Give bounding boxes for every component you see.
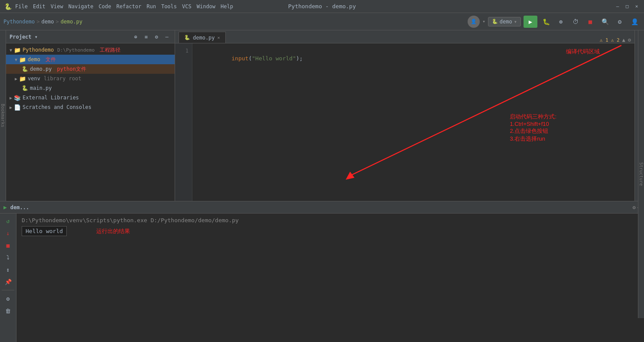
line-num-1: 1: [175, 47, 192, 55]
editor-tabs: 🐍 demo.py ✕ ⚠ 1 ⚠ 2 ▲ ⚙: [175, 30, 634, 43]
demo-collapse-icon: ▼: [15, 57, 17, 62]
root-label: Pythondemo: [23, 47, 54, 53]
trash-button[interactable]: 🗑: [3, 305, 14, 316]
breadcrumb-demo[interactable]: demo: [41, 19, 54, 25]
debug-button[interactable]: 🐛: [540, 16, 552, 28]
tree-root[interactable]: ▼ 📁 Pythondemo D:\Pythondemo 工程路径: [6, 45, 175, 55]
run-with-coverage[interactable]: ⊕: [555, 16, 567, 28]
stop-run-button[interactable]: ↓: [3, 227, 14, 239]
demo-folder-icon: 📁: [19, 56, 26, 63]
stop-button[interactable]: ■: [584, 16, 596, 28]
pin-button[interactable]: 📌: [3, 276, 14, 287]
editor-area: 🐍 demo.py ✕ ⚠ 1 ⚠ 2 ▲ ⚙ 1 input("Hello w…: [175, 30, 634, 201]
panel-header: Project ▾ ⊕ ≡ ⚙ —: [6, 30, 175, 43]
menu-help[interactable]: Help: [221, 3, 233, 10]
extlibs-label: External Libraries: [23, 95, 79, 101]
scratches-icon: 📄: [14, 104, 21, 111]
tree-item-venv[interactable]: ▶ 📁 venv library root: [6, 74, 175, 83]
breadcrumb-sep2: >: [55, 19, 59, 25]
tab-py-icon: 🐍: [184, 35, 190, 40]
profile-button[interactable]: ⏱: [569, 16, 582, 28]
scratches-label: Scratches and Consoles: [23, 104, 91, 110]
run-methods-annotation: 启动代码三种方式: 1.Ctrl+Shift+f10 2.点击绿色按钮 3.右击…: [510, 113, 556, 143]
close-panel-icon[interactable]: —: [163, 33, 171, 41]
account-dropdown[interactable]: ▾: [482, 19, 485, 24]
tree-item-demo[interactable]: ▼ 📁 demo 文件: [6, 55, 175, 64]
menu-tools[interactable]: Tools: [161, 3, 177, 10]
rerun-button[interactable]: ↺: [3, 215, 14, 227]
root-folder-icon: 📁: [14, 47, 21, 53]
project-tree: ▼ 📁 Pythondemo D:\Pythondemo 工程路径 ▼ 📁 de…: [6, 43, 175, 201]
menu-view[interactable]: View: [51, 3, 63, 10]
breadcrumb-project[interactable]: Pythondemo: [3, 19, 35, 25]
locate-icon[interactable]: ⊕: [131, 33, 140, 41]
editor-tab-demopy[interactable]: 🐍 demo.py ✕: [179, 32, 226, 43]
warning-badge-1: ⚠ 1: [600, 37, 608, 43]
close-button[interactable]: ✕: [634, 3, 640, 10]
menu-code[interactable]: Code: [99, 3, 111, 10]
tree-item-demopy[interactable]: 🐍 demo.py python文件: [6, 64, 175, 74]
menu-window[interactable]: Window: [197, 3, 215, 10]
code-string: "Hello world": [252, 55, 296, 62]
line-numbers: 1: [175, 43, 192, 201]
code-area[interactable]: input("Hello world");: [192, 43, 634, 201]
bottom-panel-title: dem...: [10, 204, 29, 210]
project-dropdown[interactable]: Project ▾: [10, 34, 38, 40]
title-bar-left: 🐍 File Edit View Navigate Code Refactor …: [4, 3, 233, 10]
demo-annotation: 文件: [46, 56, 56, 63]
editor-content[interactable]: 1 input("Hello world"); 编译代码区域 启动代码三种方式:…: [175, 43, 634, 201]
settings-icon[interactable]: ⚙: [628, 37, 631, 43]
minimize-button[interactable]: —: [615, 3, 621, 10]
run-config-dropdown[interactable]: 🐍 demo ▾: [488, 17, 521, 26]
menu-refactor[interactable]: Refactor: [116, 3, 141, 10]
collapse-icon[interactable]: ≡: [142, 33, 150, 41]
user-icon[interactable]: 👤: [628, 16, 641, 28]
tree-item-mainpy[interactable]: 🐍 main.py: [6, 83, 175, 93]
run-config-label: demo: [500, 19, 512, 25]
extlibs-icon: 📚: [14, 95, 21, 101]
wrap-button[interactable]: ↕: [3, 264, 14, 275]
breadcrumb-file[interactable]: demo.py: [61, 19, 83, 25]
window-title: Pythondemo - demo.py: [288, 3, 356, 10]
menu-run[interactable]: Run: [146, 3, 156, 10]
menu-bar: File Edit View Navigate Code Refactor Ru…: [15, 3, 233, 10]
project-panel: Project ▾ ⊕ ≡ ⚙ — ▼ 📁 Pythondemo D:\Pyth…: [6, 30, 175, 201]
bookmarks-label[interactable]: Bookmarks: [0, 104, 5, 127]
menu-file[interactable]: File: [15, 3, 28, 10]
panel-settings-icon[interactable]: ⚙: [633, 204, 636, 210]
bottom-panel: ▶ dem... ⚙ — ↺ ↓ ■ ⤵ ↕ 📌 ⚙ 🗑 D:\Pythonde…: [0, 201, 644, 342]
mainpy-icon: 🐍: [22, 85, 28, 91]
breadcrumb-sep1: >: [36, 19, 39, 25]
bottom-left-toolbar: ↺ ↓ ■ ⤵ ↕ 📌 ⚙ 🗑: [0, 214, 16, 342]
expand-icon[interactable]: ▲: [622, 37, 625, 43]
tree-item-extlibs[interactable]: ▶ 📚 External Libraries: [6, 93, 175, 102]
annotation-run-title: 启动代码三种方式:: [510, 113, 556, 121]
tree-item-scratches[interactable]: ▶ 📄 Scratches and Consoles: [6, 102, 175, 112]
account-button[interactable]: 👤: [468, 16, 480, 28]
root-path: D:\Pythondemo: [57, 47, 94, 53]
bottom-output: D:\Pythondemo\venv\Scripts\python.exe D:…: [16, 214, 644, 342]
mainpy-label: main.py: [30, 85, 52, 91]
bottom-content: ↺ ↓ ■ ⤵ ↕ 📌 ⚙ 🗑 D:\Pythondemo\venv\Scrip…: [0, 214, 644, 342]
menu-edit[interactable]: Edit: [33, 3, 46, 10]
scroll-end-button[interactable]: ⤵: [3, 252, 14, 263]
window-controls: — □ ✕: [615, 3, 640, 10]
menu-navigate[interactable]: Navigate: [68, 3, 94, 10]
demopy-annotation: python文件: [57, 66, 86, 73]
settings-button[interactable]: ⚙: [614, 16, 626, 28]
search-button[interactable]: 🔍: [599, 16, 611, 28]
run-panel-icon: ▶: [3, 204, 7, 210]
run-button[interactable]: ▶: [524, 16, 537, 28]
main-toolbar: Pythondemo > demo > demo.py 👤 ▾ 🐍 demo ▾…: [0, 13, 644, 30]
tab-close-icon[interactable]: ✕: [218, 35, 220, 40]
maximize-button[interactable]: □: [624, 3, 630, 10]
menu-vcs[interactable]: VCS: [182, 3, 192, 10]
editor-annotation-area: 编译代码区域: [566, 48, 600, 56]
settings-icon[interactable]: ⚙: [152, 33, 161, 41]
stop-button-2[interactable]: ■: [3, 240, 14, 251]
warning-badge-2: ⚠ 2: [611, 37, 620, 43]
breadcrumb: Pythondemo > demo > demo.py: [3, 19, 82, 25]
settings-button-2[interactable]: ⚙: [3, 293, 14, 304]
structure-label[interactable]: Structure: [639, 162, 644, 186]
cmd-line: D:\Pythondemo\venv\Scripts\python.exe D:…: [22, 217, 639, 224]
